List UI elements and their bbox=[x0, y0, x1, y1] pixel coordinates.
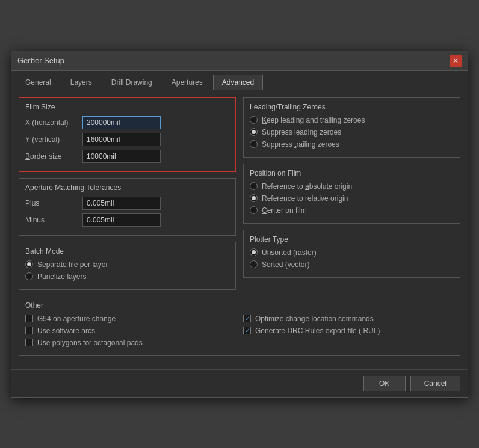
minus-field-row: Minus bbox=[25, 213, 229, 227]
main-content: Film Size X (horizontal) Y (vertical) Bo… bbox=[11, 90, 468, 369]
suppress-leading-row[interactable]: Suppress leading zeroes bbox=[250, 128, 454, 137]
batch-separate-radio[interactable] bbox=[25, 260, 33, 268]
relative-origin-radio[interactable] bbox=[250, 194, 258, 202]
tab-bar: General Layers Drill Drawing Apertures A… bbox=[11, 71, 468, 90]
batch-separate-label: Separate file per layer bbox=[37, 260, 108, 269]
x-label: X (horizontal) bbox=[25, 118, 82, 127]
software-arcs-row[interactable]: Use software arcs bbox=[25, 327, 236, 335]
octagonal-pads-row[interactable]: Use polygons for octagonal pads bbox=[25, 339, 236, 347]
close-button[interactable]: ✕ bbox=[450, 55, 462, 67]
suppress-leading-radio[interactable] bbox=[250, 128, 258, 136]
g54-checkbox[interactable] bbox=[25, 315, 33, 322]
left-column: Film Size X (horizontal) Y (vertical) Bo… bbox=[19, 97, 236, 296]
batch-panelize-row[interactable]: Panelize layers bbox=[25, 272, 229, 281]
ok-button[interactable]: OK bbox=[363, 376, 406, 391]
absolute-origin-radio[interactable] bbox=[250, 182, 258, 190]
suppress-trailing-row[interactable]: Suppress trailing zeroes bbox=[250, 140, 454, 149]
keep-zeroes-row[interactable]: Keep leading and trailing zeroes bbox=[250, 116, 454, 124]
dialog-title: Gerber Setup bbox=[17, 56, 64, 65]
minus-label: Minus bbox=[25, 216, 82, 224]
absolute-origin-row[interactable]: Reference to absolute origin bbox=[250, 182, 454, 191]
tab-apertures[interactable]: Apertures bbox=[162, 75, 212, 90]
optimize-location-checkbox[interactable]: ✓ bbox=[243, 315, 251, 322]
right-column: Leading/Trailing Zeroes Keep leading and… bbox=[243, 97, 460, 296]
batch-separate-row[interactable]: Separate file per layer bbox=[25, 260, 229, 269]
leading-trailing-group: Leading/Trailing Zeroes Keep leading and… bbox=[243, 97, 460, 158]
film-size-title: Film Size bbox=[25, 103, 229, 111]
position-on-film-group: Position on Film Reference to absolute o… bbox=[243, 164, 460, 224]
y-field-row: Y (vertical) bbox=[25, 133, 229, 146]
cancel-button[interactable]: Cancel bbox=[410, 376, 460, 391]
g54-label: G54 on aperture change bbox=[37, 315, 116, 323]
batch-mode-group: Batch Mode Separate file per layer Panel… bbox=[19, 242, 236, 290]
sorted-label: Sorted (vector) bbox=[262, 260, 309, 269]
other-title: Other bbox=[25, 301, 454, 310]
x-input[interactable] bbox=[82, 116, 161, 129]
border-field-row: Border size bbox=[25, 150, 229, 163]
batch-panelize-radio[interactable] bbox=[25, 272, 33, 280]
suppress-trailing-radio[interactable] bbox=[250, 140, 258, 148]
sorted-radio[interactable] bbox=[250, 260, 258, 268]
x-field-row: X (horizontal) bbox=[25, 116, 229, 129]
sorted-row[interactable]: Sorted (vector) bbox=[250, 260, 454, 269]
optimize-location-row[interactable]: ✓ Optimize change location commands bbox=[243, 315, 454, 323]
tab-general[interactable]: General bbox=[16, 75, 60, 90]
batch-mode-title: Batch Mode bbox=[25, 247, 229, 256]
other-columns: G54 on aperture change Use software arcs… bbox=[25, 315, 454, 351]
center-on-film-row[interactable]: Center on film bbox=[250, 206, 454, 215]
plus-label: Plus bbox=[25, 199, 82, 207]
unsorted-radio[interactable] bbox=[250, 248, 258, 256]
octagonal-pads-label: Use polygons for octagonal pads bbox=[37, 339, 143, 347]
position-title: Position on Film bbox=[250, 169, 454, 177]
other-right-column: ✓ Optimize change location commands ✓ Ge… bbox=[243, 315, 454, 351]
generate-drc-checkbox[interactable]: ✓ bbox=[243, 327, 251, 334]
other-group: Other G54 on aperture change Use softwar… bbox=[19, 296, 460, 356]
keep-zeroes-radio[interactable] bbox=[250, 116, 258, 124]
aperture-title: Aperture Matching Tolerances bbox=[25, 183, 229, 192]
center-on-film-radio[interactable] bbox=[250, 206, 258, 214]
optimize-location-label: Optimize change location commands bbox=[255, 315, 374, 323]
relative-origin-row[interactable]: Reference to relative origin bbox=[250, 194, 454, 203]
software-arcs-checkbox[interactable] bbox=[25, 327, 33, 334]
y-input[interactable] bbox=[82, 133, 161, 146]
unsorted-row[interactable]: Unsorted (raster) bbox=[250, 248, 454, 257]
top-row: Film Size X (horizontal) Y (vertical) Bo… bbox=[19, 97, 460, 296]
gerber-setup-dialog: Gerber Setup ✕ General Layers Drill Draw… bbox=[11, 51, 468, 398]
suppress-leading-label: Suppress leading zeroes bbox=[262, 128, 341, 137]
other-left-column: G54 on aperture change Use software arcs… bbox=[25, 315, 236, 351]
tab-drill-drawing[interactable]: Drill Drawing bbox=[102, 75, 161, 90]
film-size-group: Film Size X (horizontal) Y (vertical) Bo… bbox=[19, 97, 236, 172]
border-label: Border size bbox=[25, 152, 82, 161]
border-input[interactable] bbox=[82, 150, 161, 163]
generate-drc-label: Generate DRC Rules export file (.RUL) bbox=[255, 327, 380, 335]
unsorted-label: Unsorted (raster) bbox=[262, 248, 317, 257]
plus-field-row: Plus bbox=[25, 197, 229, 210]
absolute-origin-label: Reference to absolute origin bbox=[262, 182, 352, 191]
tab-layers[interactable]: Layers bbox=[61, 75, 101, 90]
plotter-type-title: Plotter Type bbox=[250, 235, 454, 244]
relative-origin-label: Reference to relative origin bbox=[262, 194, 348, 203]
minus-input[interactable] bbox=[82, 213, 161, 227]
center-on-film-label: Center on film bbox=[262, 206, 307, 215]
tab-advanced[interactable]: Advanced bbox=[213, 75, 263, 90]
software-arcs-label: Use software arcs bbox=[37, 327, 95, 335]
suppress-trailing-label: Suppress trailing zeroes bbox=[262, 140, 339, 149]
keep-zeroes-label: Keep leading and trailing zeroes bbox=[262, 116, 365, 124]
plotter-type-group: Plotter Type Unsorted (raster) Sorted (v… bbox=[243, 230, 460, 278]
bottom-bar: OK Cancel bbox=[11, 369, 468, 397]
y-label: Y (vertical) bbox=[25, 135, 82, 144]
g54-row[interactable]: G54 on aperture change bbox=[25, 315, 236, 323]
leading-trailing-title: Leading/Trailing Zeroes bbox=[250, 103, 454, 111]
generate-drc-row[interactable]: ✓ Generate DRC Rules export file (.RUL) bbox=[243, 327, 454, 335]
octagonal-pads-checkbox[interactable] bbox=[25, 339, 33, 346]
aperture-tolerances-group: Aperture Matching Tolerances Plus Minus bbox=[19, 178, 236, 236]
plus-input[interactable] bbox=[82, 197, 161, 210]
title-bar: Gerber Setup ✕ bbox=[11, 51, 468, 71]
batch-panelize-label: Panelize layers bbox=[37, 272, 86, 281]
